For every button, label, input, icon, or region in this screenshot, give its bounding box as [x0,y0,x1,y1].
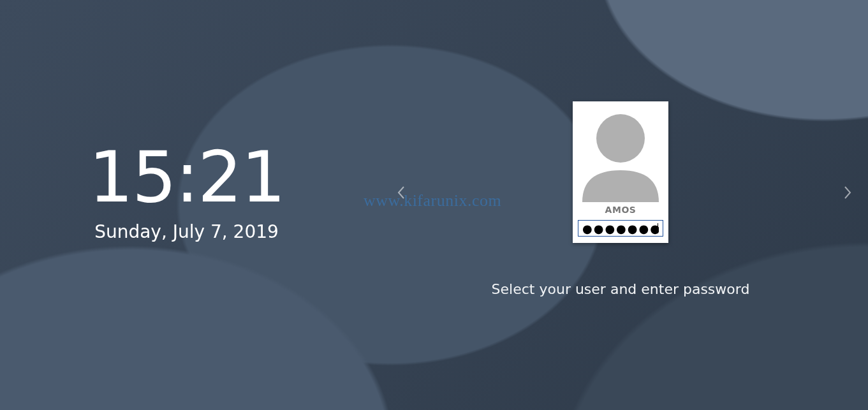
user-select-pane: AMOS Select your user and enter password [373,0,868,410]
clock-time: 15:21 [89,142,284,212]
next-user-button[interactable] [839,185,857,203]
user-card[interactable]: AMOS [573,101,668,243]
user-avatar-icon [578,106,663,202]
chevron-left-icon [397,186,406,202]
previous-user-button[interactable] [392,185,410,203]
password-input[interactable] [582,222,659,235]
login-hint: Select your user and enter password [492,281,750,297]
password-field-wrap[interactable] [578,220,663,237]
username-label: AMOS [605,205,636,215]
text-caret [658,223,658,233]
clock-pane: 15:21 Sunday, July 7, 2019 [0,0,373,410]
svg-point-0 [596,114,645,163]
clock-date: Sunday, July 7, 2019 [94,221,279,242]
user-carousel: AMOS [373,113,868,254]
login-screen: 15:21 Sunday, July 7, 2019 AMOS [0,0,868,410]
chevron-right-icon [843,186,852,202]
